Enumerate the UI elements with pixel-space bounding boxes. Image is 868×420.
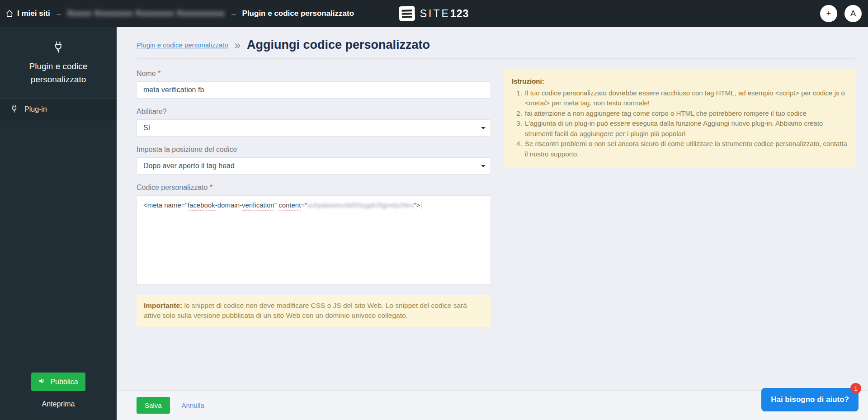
code-text: " [274, 201, 279, 209]
code-text: =" [301, 201, 307, 209]
sidebar: Plugin e codice personalizzato Plug-in P… [0, 27, 117, 420]
breadcrumb-current-page: Plugin e codice personalizzato [242, 9, 354, 18]
instructions-title: Istruzioni: [512, 76, 847, 87]
page-breadcrumb: Plugin e codice personalizzato » Aggiung… [137, 38, 855, 52]
my-sites-label: I miei siti [17, 9, 50, 18]
position-select[interactable]: Dopo aver aperto il tag head [137, 157, 491, 175]
custom-code-form: Nome * Abilitare? Sì Imposta la posizion… [137, 70, 491, 327]
enable-select[interactable]: Sì [137, 119, 491, 137]
instruction-item: fai attenzione a non aggiungere tag come… [524, 109, 847, 119]
add-site-button[interactable]: + [820, 5, 837, 22]
required-asterisk: * [158, 70, 160, 77]
important-note-text: lo snippet di codice non deve modificare… [144, 302, 467, 319]
instruction-item: Se riscontri problemi o non sei ancora s… [524, 139, 847, 159]
important-note-title: Importante: [144, 302, 182, 309]
code-text-misspelled: content [278, 201, 301, 209]
breadcrumb-link-plugins[interactable]: Plugin e codice personalizzato [137, 41, 228, 49]
name-input[interactable] [137, 81, 491, 99]
help-button[interactable]: Hai bisogno di aiuto? 1 [761, 388, 859, 411]
code-text: -domain- [215, 201, 242, 209]
logo-text-bold: 123 [450, 8, 469, 19]
site123-logo: SITE123 [399, 6, 469, 21]
cancel-link[interactable]: Annulla [182, 401, 204, 409]
enable-label: Abilitare? [137, 108, 491, 116]
page-title: Aggiungi codice personalizzato [247, 38, 430, 52]
home-icon [5, 9, 14, 18]
publish-label: Pubblica [50, 378, 78, 386]
instructions-panel: Istruzioni: Il tuo codice personalizzato… [504, 70, 855, 167]
code-label: Codice personalizzato * [137, 184, 491, 192]
footer-bar: Salva Annulla [117, 390, 868, 420]
avatar-button[interactable]: A [844, 5, 862, 22]
plug-icon [10, 104, 19, 115]
main-panel: Plugin e codice personalizzato » Aggiung… [117, 27, 868, 420]
enable-select-value: Sì [143, 124, 150, 132]
custom-code-textarea[interactable]: <meta name="facebook-domain-verification… [137, 195, 491, 285]
site-name-blurred[interactable]: Xxxxx Xxxxxxxx Xxxxxxxx Xxxxxxxxxx [67, 9, 225, 18]
site123-logo-icon [399, 6, 415, 21]
topbar-actions: + A [820, 5, 868, 22]
preview-link[interactable]: Anteprima [0, 391, 117, 420]
sidebar-title: Plugin e codice personalizzato [8, 60, 108, 86]
code-text: "> [414, 201, 420, 209]
code-text-misspelled: facebook [188, 201, 215, 209]
text-cursor [421, 202, 421, 209]
sidebar-header: Plugin e codice personalizzato [0, 27, 117, 98]
save-button[interactable]: Salva [137, 397, 170, 414]
code-redacted-value: uuhpdaxetucfaf3Sygyk2fgjnejs29irx [307, 201, 414, 209]
header-divider [137, 58, 855, 59]
position-label: Imposta la posizione del codice [137, 146, 491, 154]
caret-down-icon [481, 165, 486, 170]
plugin-icon-large [52, 47, 65, 55]
breadcrumb-arrow-icon: → [55, 9, 62, 18]
important-note: Importante: lo snippet di codice non dev… [137, 295, 491, 327]
megaphone-icon [38, 377, 46, 387]
logo-text-light: SITE [420, 8, 450, 19]
breadcrumb-arrow-icon: → [230, 9, 237, 18]
code-text-misspelled: verification [242, 201, 274, 209]
required-asterisk: * [210, 184, 212, 191]
breadcrumb-separator: » [235, 40, 241, 51]
top-bar: I miei siti → Xxxxx Xxxxxxxx Xxxxxxxx Xx… [0, 0, 868, 27]
sidebar-item-plugin[interactable]: Plug-in [0, 98, 117, 121]
name-label: Nome * [137, 70, 491, 78]
position-select-value: Dopo aver aperto il tag head [143, 162, 235, 170]
code-text: <meta name=" [143, 201, 188, 209]
caret-down-icon [481, 127, 486, 132]
page: I miei siti → Xxxxx Xxxxxxxx Xxxxxxxx Xx… [0, 0, 868, 420]
instruction-item: Il tuo codice personalizzato dovrebbe es… [524, 88, 847, 109]
instruction-item: L'aggiunta di un plug-in può essere eseg… [524, 118, 847, 139]
help-badge: 1 [850, 383, 861, 394]
instructions-list: Il tuo codice personalizzato dovrebbe es… [512, 88, 847, 160]
my-sites-link[interactable]: I miei siti [5, 9, 50, 18]
help-button-label: Hai bisogno di aiuto? [771, 395, 849, 404]
top-breadcrumb: I miei siti → Xxxxx Xxxxxxxx Xxxxxxxx Xx… [0, 9, 354, 18]
publish-button[interactable]: Pubblica [31, 373, 85, 391]
sidebar-item-label: Plug-in [24, 105, 47, 113]
